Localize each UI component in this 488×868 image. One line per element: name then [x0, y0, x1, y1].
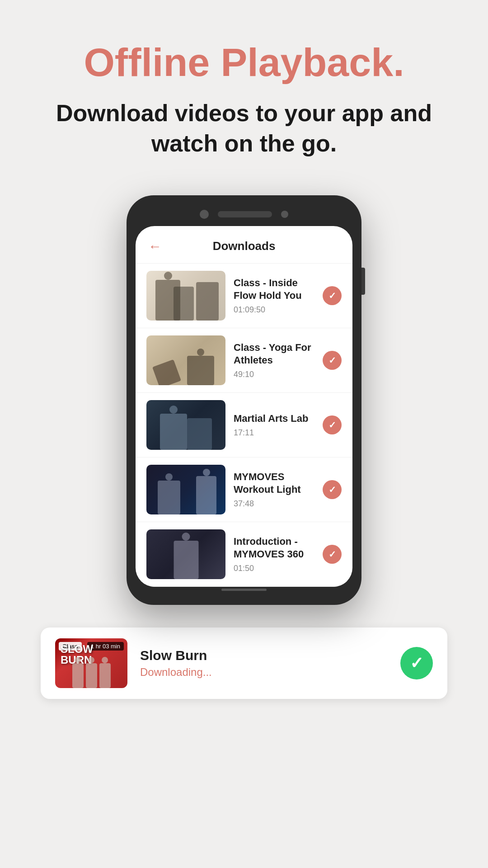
thumb-flow	[146, 271, 225, 321]
sub-title: Download videos to your app and watch on…	[27, 98, 461, 159]
power-button	[361, 268, 365, 295]
video-name-4: MYMOVES Workout Light	[234, 471, 314, 496]
video-name-1: Class - Inside Flow Hold You	[234, 277, 314, 302]
main-title: Offline Playback.	[27, 41, 461, 85]
check-circle-1: ✓	[323, 286, 342, 305]
yoga-fig-2	[187, 356, 214, 385]
phone-mockup: ← Downloads Class - Inside Flow Hold You…	[127, 195, 361, 605]
video-duration-4: 37:48	[234, 499, 314, 509]
banner-thumbnail: Class 1 hr 03 min SLOWBURN	[55, 638, 127, 688]
back-button[interactable]: ←	[148, 239, 162, 254]
thumb-intro	[146, 529, 225, 579]
thumb-workout	[146, 465, 225, 514]
video-info-1: Class - Inside Flow Hold You 01:09:50	[234, 277, 314, 315]
checkmark-icon-2: ✓	[328, 355, 336, 366]
check-circle-5: ✓	[323, 545, 342, 564]
workout-fig-1	[158, 481, 180, 514]
downloads-header: ← Downloads	[136, 226, 352, 264]
figure-3	[196, 282, 219, 321]
checkmark-icon-4: ✓	[328, 484, 336, 495]
check-circle-2: ✓	[323, 351, 342, 370]
phone-bottom-bar	[136, 587, 352, 596]
checkmark-icon-1: ✓	[328, 290, 336, 301]
martial-fig-2	[187, 418, 212, 450]
burn-person-1	[72, 663, 84, 688]
video-duration-3: 17:11	[234, 428, 314, 438]
video-info-4: MYMOVES Workout Light 37:48	[234, 471, 314, 509]
checkmark-icon-5: ✓	[328, 549, 336, 560]
banner-title: Slow Burn	[140, 648, 388, 663]
check-circle-4: ✓	[323, 480, 342, 499]
video-item-4[interactable]: MYMOVES Workout Light 37:48 ✓	[136, 458, 352, 522]
check-circle-3: ✓	[323, 415, 342, 434]
header-section: Offline Playback. Download videos to you…	[0, 0, 488, 177]
burn-person-2	[86, 663, 97, 688]
video-duration-1: 01:09:50	[234, 305, 314, 315]
video-info-5: Introduction - MYMOVES 360 01:50	[234, 535, 314, 573]
workout-fig-2	[196, 476, 216, 514]
banner-check-button[interactable]: ✓	[400, 647, 433, 679]
video-info-2: Class - Yoga For Athletes 49:10	[234, 341, 314, 379]
burn-people	[55, 656, 127, 688]
thumb-yoga	[146, 335, 225, 385]
video-item-3[interactable]: Martial Arts Lab 17:11 ✓	[136, 393, 352, 458]
video-item-5[interactable]: Introduction - MYMOVES 360 01:50 ✓	[136, 522, 352, 587]
video-duration-5: 01:50	[234, 564, 314, 573]
video-name-2: Class - Yoga For Athletes	[234, 341, 314, 367]
burn-person-3	[99, 663, 111, 688]
speaker-bar	[218, 211, 272, 217]
screen-title: Downloads	[213, 239, 276, 253]
intro-fig	[174, 541, 198, 579]
yoga-fig-1	[152, 359, 181, 385]
phone-outer: ← Downloads Class - Inside Flow Hold You…	[127, 195, 361, 605]
thumb-martial	[146, 400, 225, 450]
checkmark-icon-3: ✓	[328, 420, 336, 430]
camera-dot-right	[281, 211, 288, 218]
home-indicator	[221, 589, 267, 591]
video-item-2[interactable]: Class - Yoga For Athletes 49:10 ✓	[136, 328, 352, 393]
download-banner[interactable]: Class 1 hr 03 min SLOWBURN Slow Burn Dow…	[41, 627, 447, 699]
camera-dot-left	[200, 210, 209, 219]
phone-top-bar	[136, 204, 352, 226]
video-info-3: Martial Arts Lab 17:11	[234, 412, 314, 438]
video-name-3: Martial Arts Lab	[234, 412, 314, 425]
video-list: Class - Inside Flow Hold You 01:09:50 ✓ …	[136, 264, 352, 587]
martial-fig-1	[160, 414, 187, 450]
video-duration-2: 49:10	[234, 370, 314, 379]
banner-status: Downloading...	[140, 666, 388, 679]
banner-checkmark-icon: ✓	[410, 654, 423, 673]
video-item-1[interactable]: Class - Inside Flow Hold You 01:09:50 ✓	[136, 264, 352, 328]
banner-info: Slow Burn Downloading...	[140, 648, 388, 679]
phone-screen: ← Downloads Class - Inside Flow Hold You…	[136, 226, 352, 587]
video-name-5: Introduction - MYMOVES 360	[234, 535, 314, 561]
figure-2	[174, 287, 194, 321]
